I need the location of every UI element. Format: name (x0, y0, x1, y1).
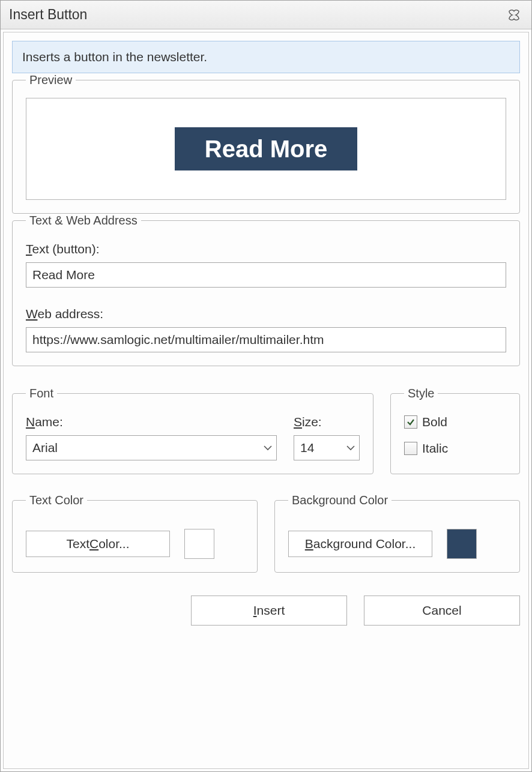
font-size-label: Size: (294, 415, 360, 429)
close-icon[interactable] (505, 7, 523, 23)
font-name-value: Arial (32, 441, 58, 455)
preview-button: Read More (175, 127, 358, 170)
text-color-group: Text Color Text Color... (12, 493, 258, 573)
description-text: Inserts a button in the newsletter. (22, 50, 207, 64)
dialog-buttons: Insert Cancel (12, 596, 520, 626)
style-group: Style Bold Italic (390, 387, 520, 474)
font-size-value: 14 (300, 441, 314, 455)
chevron-down-icon (346, 445, 355, 451)
text-web-legend: Text & Web Address (26, 214, 141, 228)
font-name-label: Name: (26, 415, 277, 429)
dialog-body: Inserts a button in the newsletter. Prev… (3, 32, 529, 769)
preview-canvas: Read More (26, 98, 506, 200)
background-color-button[interactable]: Background Color... (288, 531, 432, 557)
background-color-swatch (447, 529, 477, 559)
web-address-label: Web address: (26, 307, 506, 321)
background-color-legend: Background Color (288, 493, 391, 507)
style-legend: Style (404, 387, 438, 400)
text-color-legend: Text Color (26, 493, 87, 507)
italic-checkbox-row[interactable]: Italic (404, 441, 506, 456)
font-name-combo[interactable]: Arial (26, 435, 277, 460)
font-legend: Font (26, 387, 57, 400)
insert-button[interactable]: Insert (191, 596, 347, 626)
background-color-group: Background Color Background Color... (274, 493, 520, 573)
text-button-input[interactable] (26, 262, 506, 288)
bold-checkbox[interactable] (404, 415, 417, 429)
titlebar: Insert Button (1, 1, 531, 29)
window-title: Insert Button (9, 7, 505, 23)
insert-button-dialog: Insert Button Inserts a button in the ne… (0, 0, 532, 772)
text-color-button[interactable]: Text Color... (26, 531, 170, 557)
font-size-combo[interactable]: 14 (294, 435, 360, 460)
bold-label: Bold (422, 415, 447, 429)
preview-legend: Preview (26, 73, 76, 87)
bold-checkbox-row[interactable]: Bold (404, 415, 506, 429)
chevron-down-icon (264, 445, 272, 451)
italic-checkbox[interactable] (404, 442, 417, 455)
text-color-swatch (184, 529, 214, 559)
preview-group: Preview Read More (12, 73, 520, 214)
text-web-group: Text & Web Address Text (button): Web ad… (12, 214, 520, 366)
font-group: Font Name: Arial (12, 387, 373, 474)
web-address-input[interactable] (26, 327, 506, 352)
description-box: Inserts a button in the newsletter. (12, 41, 520, 73)
text-button-label: Text (button): (26, 242, 506, 256)
cancel-button[interactable]: Cancel (364, 596, 520, 626)
italic-label: Italic (422, 441, 448, 456)
